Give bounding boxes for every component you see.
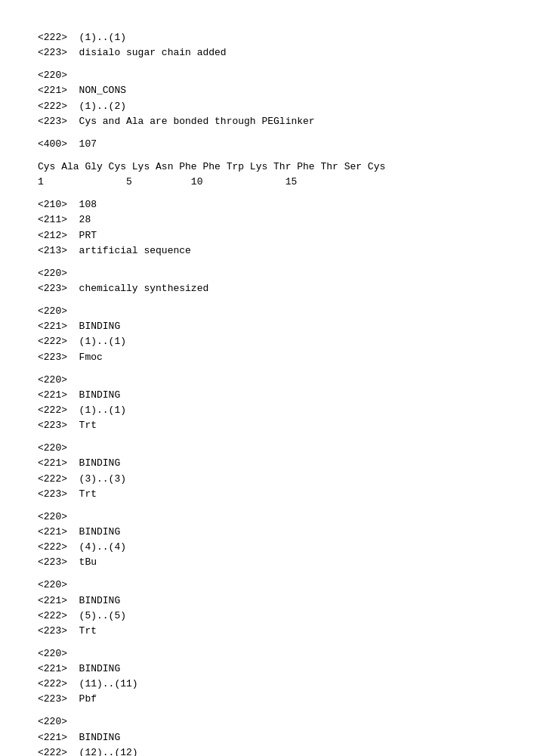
text-line: <221> BINDING bbox=[38, 525, 496, 540]
text-line: 1 5 10 15 bbox=[38, 175, 496, 190]
text-line: <222> (1)..(1) bbox=[38, 334, 496, 349]
text-line: <221> BINDING bbox=[38, 730, 496, 745]
text-line: <212> PRT bbox=[38, 228, 496, 243]
text-line: <400> 107 bbox=[38, 137, 496, 152]
text-line: Cys Ala Gly Cys Lys Asn Phe Phe Trp Lys … bbox=[38, 160, 496, 175]
text-line: <220> bbox=[38, 646, 496, 662]
text-line: <222> (5)..(5) bbox=[38, 609, 496, 624]
spacer bbox=[38, 502, 496, 510]
text-line: <222> (12)..(12) bbox=[38, 745, 496, 756]
text-line: <221> BINDING bbox=[38, 319, 496, 334]
text-line: <223> Trt bbox=[38, 487, 496, 502]
spacer bbox=[38, 707, 496, 714]
spacer bbox=[38, 152, 496, 160]
text-line: <223> tBu bbox=[38, 555, 496, 570]
spacer bbox=[38, 639, 496, 646]
text-line: <220> bbox=[38, 373, 496, 388]
spacer bbox=[38, 60, 496, 68]
text-line: <221> BINDING bbox=[38, 456, 496, 471]
text-line: <221> BINDING bbox=[38, 593, 496, 609]
text-line: <222> (1)..(1) bbox=[38, 30, 496, 45]
text-line: <222> (11)..(11) bbox=[38, 677, 496, 692]
text-line: <223> chemically synthesized bbox=[38, 281, 496, 296]
text-line: <211> 28 bbox=[38, 212, 496, 228]
text-line: <220> bbox=[38, 304, 496, 319]
text-line: <223> Pbf bbox=[38, 692, 496, 707]
text-line: <223> Cys and Ala are bonded through PEG… bbox=[38, 114, 496, 129]
text-line: <220> bbox=[38, 266, 496, 281]
text-line: <223> disialo sugar chain added bbox=[38, 45, 496, 60]
spacer bbox=[38, 129, 496, 137]
text-line: <222> (3)..(3) bbox=[38, 472, 496, 487]
text-line: <220> bbox=[38, 714, 496, 730]
text-line: <220> bbox=[38, 68, 496, 83]
text-line: <213> artificial sequence bbox=[38, 243, 496, 259]
text-line: <222> (1)..(1) bbox=[38, 403, 496, 418]
spacer bbox=[38, 190, 496, 197]
text-line: <223> Trt bbox=[38, 624, 496, 639]
spacer bbox=[38, 570, 496, 578]
spacer bbox=[38, 433, 496, 441]
text-line: <210> 108 bbox=[38, 197, 496, 212]
text-line: <222> (1)..(2) bbox=[38, 99, 496, 114]
text-line: <220> bbox=[38, 510, 496, 525]
text-line: <220> bbox=[38, 578, 496, 593]
text-line: <223> Fmoc bbox=[38, 350, 496, 365]
spacer bbox=[38, 296, 496, 304]
text-line: <223> Trt bbox=[38, 418, 496, 433]
text-line: <221> NON_CONS bbox=[38, 83, 496, 98]
text-line: <221> BINDING bbox=[38, 388, 496, 403]
text-line: <221> BINDING bbox=[38, 662, 496, 677]
page-wrapper: <222> (1)..(1)<223> disialo sugar chain … bbox=[38, 30, 496, 756]
spacer bbox=[38, 259, 496, 266]
page-content: <222> (1)..(1)<223> disialo sugar chain … bbox=[38, 30, 496, 756]
text-line: <222> (4)..(4) bbox=[38, 540, 496, 555]
text-line: <220> bbox=[38, 441, 496, 456]
spacer bbox=[38, 365, 496, 373]
